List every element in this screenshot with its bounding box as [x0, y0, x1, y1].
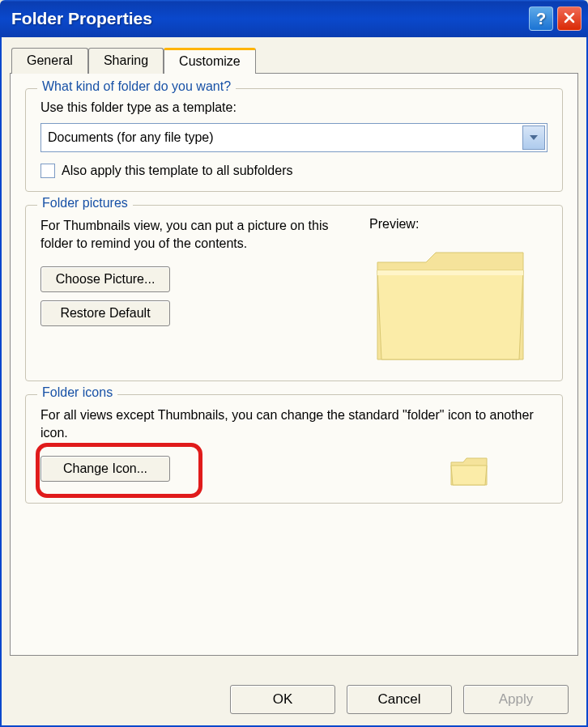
group-folder-type: What kind of folder do you want? Use thi…	[25, 88, 563, 192]
group-folder-type-legend: What kind of folder do you want?	[37, 79, 236, 94]
chevron-down-icon[interactable]	[522, 125, 545, 150]
group-pictures-legend: Folder pictures	[37, 196, 133, 210]
apply-button[interactable]: Apply	[463, 685, 569, 714]
tab-general[interactable]: General	[11, 48, 88, 74]
subfolders-checkbox-row: Also apply this template to all subfolde…	[40, 164, 548, 178]
footer-buttons: OK Cancel Apply	[230, 685, 569, 714]
close-button[interactable]	[557, 6, 582, 31]
ok-button[interactable]: OK	[230, 685, 335, 714]
group-folder-icons: Folder icons For all views except Thumbn…	[25, 394, 563, 504]
group-folder-pictures: Folder pictures For Thumbnails view, you…	[25, 205, 563, 381]
preview-label: Preview:	[369, 217, 548, 232]
template-dropdown[interactable]: Documents (for any file type)	[40, 123, 548, 152]
choose-picture-button[interactable]: Choose Picture...	[40, 266, 170, 292]
tab-panel-customize: What kind of folder do you want? Use thi…	[10, 73, 578, 656]
restore-default-button[interactable]: Restore Default	[40, 300, 170, 326]
folder-small-icon	[449, 454, 489, 488]
titlebar: Folder Properties ?	[0, 0, 588, 37]
pictures-description: For Thumbnails view, you can put a pictu…	[40, 217, 353, 252]
icons-description: For all views except Thumbnails, you can…	[40, 406, 548, 441]
change-icon-button[interactable]: Change Icon...	[40, 456, 170, 482]
cancel-button[interactable]: Cancel	[347, 685, 452, 714]
dialog-body: General Sharing Customize What kind of f…	[0, 37, 588, 727]
close-icon	[563, 10, 576, 28]
tab-sharing[interactable]: Sharing	[88, 48, 164, 74]
titlebar-buttons: ?	[529, 6, 582, 31]
tab-customize[interactable]: Customize	[164, 48, 256, 74]
tab-strip: General Sharing Customize	[11, 47, 578, 73]
folder-preview-icon	[369, 238, 531, 368]
template-selected: Documents (for any file type)	[48, 130, 214, 145]
window-title: Folder Properties	[11, 9, 529, 28]
group-icons-legend: Folder icons	[37, 385, 117, 400]
template-label: Use this folder type as a template:	[40, 100, 548, 115]
subfolders-checkbox-label: Also apply this template to all subfolde…	[62, 164, 292, 178]
subfolders-checkbox[interactable]	[40, 164, 55, 178]
help-icon: ?	[536, 10, 546, 28]
help-button[interactable]: ?	[529, 6, 553, 31]
